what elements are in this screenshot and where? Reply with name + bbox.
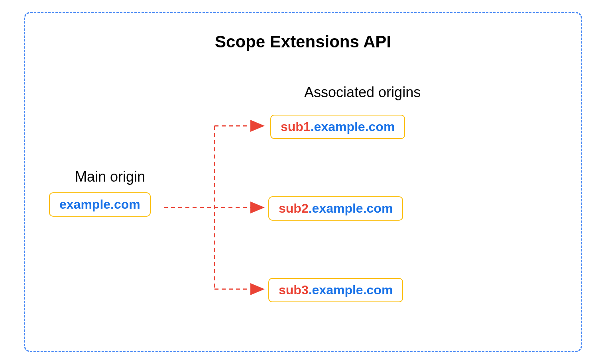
associated-origin-3-prefix: sub3 xyxy=(279,283,309,297)
diagram-container: Scope Extensions API Main origin Associa… xyxy=(24,12,582,352)
associated-origin-3-domain: .example.com xyxy=(309,283,393,297)
diagram-title: Scope Extensions API xyxy=(41,32,565,51)
associated-origin-3: sub3.example.com xyxy=(268,278,403,302)
associated-origin-2-domain: .example.com xyxy=(309,201,393,215)
associated-origin-1-prefix: sub1 xyxy=(281,119,311,134)
main-origin-box: example.com xyxy=(49,192,151,217)
associated-origin-2-prefix: sub2 xyxy=(279,201,309,215)
main-origin-label: Main origin xyxy=(75,168,145,185)
associated-origin-1: sub1.example.com xyxy=(270,115,405,139)
main-origin-domain: example.com xyxy=(59,197,140,211)
associated-origin-1-domain: .example.com xyxy=(311,119,395,134)
associated-origins-label: Associated origins xyxy=(304,84,421,101)
associated-origin-2: sub2.example.com xyxy=(268,196,403,221)
